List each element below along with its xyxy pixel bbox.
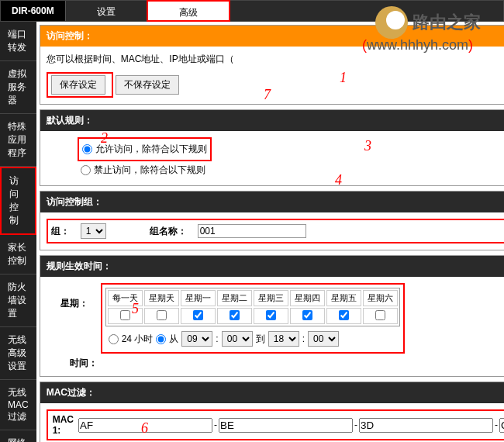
group-name-input[interactable] (198, 224, 306, 238)
access-desc: 您可以根据时间、MAC地址、IP地址或端口（ (47, 53, 504, 66)
tab-settings[interactable]: 设置 (66, 1, 147, 21)
anno-7: 7 (264, 87, 271, 103)
mac1-1[interactable] (219, 418, 353, 433)
time-24h-label: 24 小时 (122, 333, 154, 346)
day-check-all[interactable] (120, 310, 130, 320)
logo-text: 路由之家 (413, 11, 481, 34)
sidebar-item-access-control[interactable]: 访问控制 (0, 167, 36, 235)
time-24h-radio[interactable] (109, 334, 119, 344)
mac1-label: MAC 1: (53, 414, 74, 436)
sidebar-item-mac-filter[interactable]: 无线MAC过滤 (0, 380, 36, 430)
allow-radio[interactable] (82, 144, 92, 154)
time-range-radio[interactable] (156, 334, 166, 344)
sidebar-item-port-forward[interactable]: 端口转发 (0, 22, 36, 61)
model-label: DIR-600M (1, 1, 66, 21)
time-m2[interactable]: 00 (308, 331, 339, 347)
tab-advanced[interactable]: 高级 (147, 0, 230, 22)
day-table: 每一天 星期天 星期一 星期二 星期三 星期四 星期五 星期六 (105, 288, 400, 326)
sidebar: 端口转发 虚拟服务器 特殊应用程序 访问控制 家长控制 防火墙设置 无线高级设置… (0, 22, 36, 442)
sidebar-item-virtual-server[interactable]: 虚拟服务器 (0, 61, 36, 114)
group-select[interactable]: 1 (81, 223, 106, 239)
save-button[interactable]: 保存设定 (51, 75, 105, 95)
time-from-label: 从 (169, 333, 178, 346)
allow-label: 允许访问，除符合以下规则 (95, 143, 207, 156)
anno-2: 2 (101, 130, 108, 147)
sidebar-item-special-app[interactable]: 特殊应用程序 (0, 114, 36, 167)
mac-title: MAC过滤： (40, 382, 504, 403)
sidebar-item-parental[interactable]: 家长控制 (0, 235, 36, 275)
anno-5: 5 (132, 301, 139, 317)
day-check-thu[interactable] (302, 310, 312, 320)
nosave-button[interactable]: 不保存设定 (116, 75, 179, 95)
sidebar-item-wireless-adv[interactable]: 无线高级设置 (0, 327, 36, 380)
time-h1[interactable]: 09 (181, 331, 212, 347)
group-title: 访问控制组： (40, 192, 504, 212)
day-check-tue[interactable] (230, 310, 240, 320)
time-label: 时间： (70, 357, 98, 368)
day-check-wed[interactable] (266, 310, 276, 320)
time-m1[interactable]: 00 (222, 331, 253, 347)
watermark-logo: 路由之家 (375, 6, 481, 39)
anno-4: 4 (335, 172, 342, 188)
time-h2[interactable]: 18 (268, 331, 299, 347)
anno-1: 1 (340, 70, 347, 86)
logo-icon (375, 6, 408, 39)
deny-label: 禁止访问，除符合以下规则 (94, 164, 205, 177)
watermark-url: (www.hhhyh.com) (362, 37, 473, 54)
deny-rule-row[interactable]: 禁止访问，除符合以下规则 (81, 164, 504, 177)
group-label: 组： (51, 225, 70, 238)
mac1-3[interactable] (499, 418, 504, 433)
anno-3: 3 (364, 138, 371, 154)
mac1-2[interactable] (359, 418, 493, 433)
day-check-fri[interactable] (339, 310, 349, 320)
time-to-label: 到 (256, 333, 265, 346)
group-name-label: 组名称： (150, 225, 187, 238)
day-check-sun[interactable] (157, 310, 167, 320)
day-check-sat[interactable] (375, 310, 385, 320)
sidebar-item-firewall[interactable]: 防火墙设置 (0, 275, 36, 327)
day-check-mon[interactable] (193, 310, 203, 320)
sidebar-item-network-adv[interactable]: 网络高级设置 (0, 430, 36, 442)
week-label: 星期： (60, 298, 88, 309)
schedule-title: 规则生效时间： (40, 256, 504, 277)
anno-6: 6 (141, 420, 148, 437)
deny-radio[interactable] (81, 165, 91, 175)
default-rule-title: 默认规则： (40, 110, 504, 131)
